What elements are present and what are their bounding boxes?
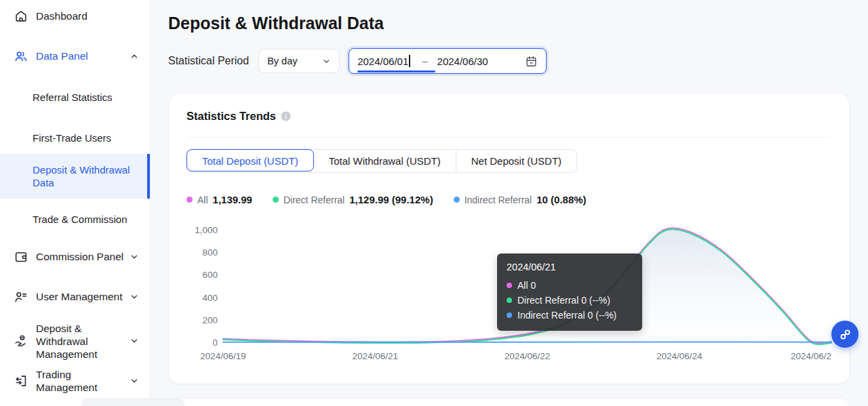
legend-item-direct-referral[interactable]: Direct Referral 1,129.99 (99.12%) (273, 194, 433, 205)
sidebar-item-label: Dashboard (36, 10, 87, 22)
chart-tooltip: 2024/06/21 All 0 Direct Referral 0 (--%)… (497, 253, 642, 331)
tooltip-row-indirect: Indirect Referral 0 (--%) (507, 308, 633, 323)
sidebar-item-label: Deposit & Withdrawal Management (36, 322, 130, 361)
tab-total-withdrawal[interactable]: Total Withdrawal (USDT) (313, 150, 456, 172)
team-icon (14, 49, 28, 64)
tooltip-date: 2024/06/21 (507, 262, 633, 272)
sidebar-item-label: Deposit & Withdrawal Data (33, 163, 139, 189)
active-field-underline (357, 70, 435, 73)
chevron-down-icon[interactable] (130, 376, 139, 386)
metric-tabs: Total Deposit (USDT) Total Withdrawal (U… (186, 149, 577, 173)
tooltip-dot-direct (507, 298, 512, 303)
tab-net-deposit[interactable]: Net Deposit (USDT) (456, 150, 576, 172)
chevron-down-icon[interactable] (130, 252, 139, 262)
trend-chart: 1,000 800 600 400 200 0 2024/06 (186, 230, 831, 347)
sidebar-item-data-panel[interactable]: Data Panel (0, 40, 150, 73)
y-axis: 1,000 800 600 400 200 0 (186, 230, 218, 347)
sidebar-item-commission-panel[interactable]: Commission Panel (0, 243, 150, 270)
wallet-icon (14, 249, 28, 264)
user-list-icon (14, 289, 28, 304)
legend-dot-indirect (454, 197, 460, 203)
sidebar-item-first-trade-users[interactable]: First-Trade Users (0, 124, 150, 151)
tooltip-row-direct: Direct Referral 0 (--%) (507, 293, 633, 308)
sidebar-item-referral-statistics[interactable]: Referral Statistics (0, 83, 150, 110)
card-title: Statistics Trends (186, 110, 276, 123)
legend-item-all[interactable]: All 1,139.99 (186, 194, 252, 205)
date-range-separator: – (422, 56, 428, 66)
statistical-period-label: Statistical Period (168, 55, 249, 67)
plot-area[interactable]: 2024/06/21 All 0 Direct Referral 0 (--%)… (223, 230, 831, 347)
support-fab-button[interactable] (831, 321, 859, 348)
sidebar-item-label: Trading Management (36, 368, 130, 394)
sidebar-item-label: User Management (36, 291, 123, 303)
next-card-top-edge (168, 398, 850, 406)
calendar-icon[interactable] (525, 55, 538, 68)
sidebar: Dashboard Data Panel Referral Statistics… (0, 0, 151, 406)
sidebar-item-dashboard[interactable]: Dashboard (0, 0, 150, 33)
filter-row: Statistical Period By day 2024/06/01 – 2… (168, 48, 850, 74)
sidebar-item-deposit-withdrawal-management[interactable]: Deposit & Withdrawal Management (0, 319, 150, 363)
home-icon (14, 9, 28, 24)
chevron-down-icon[interactable] (130, 336, 139, 346)
sidebar-item-label: Referral Statistics (33, 91, 113, 104)
sidebar-item-deposit-withdrawal-data[interactable]: Deposit & Withdrawal Data (0, 154, 150, 199)
sidebar-item-label: Data Panel (36, 50, 88, 62)
date-range-picker[interactable]: 2024/06/01 – 2024/06/30 (349, 48, 547, 74)
sidebar-bottom-stub (81, 399, 184, 406)
page-title: Deposit & Withdrawal Data (168, 14, 850, 33)
tab-total-deposit[interactable]: Total Deposit (USDT) (186, 149, 314, 171)
date-start-input[interactable]: 2024/06/01 (357, 55, 410, 67)
legend-item-indirect-referral[interactable]: Indirect Referral 10 (0.88%) (454, 194, 587, 205)
x-axis: 2024/06/19 2024/06/21 2024/06/22 2024/06… (223, 351, 831, 365)
sidebar-item-label: Trade & Commission (33, 213, 127, 226)
legend-dot-direct (273, 197, 279, 203)
sidebar-item-label: Commission Panel (36, 251, 123, 263)
period-select[interactable]: By day (258, 49, 340, 73)
sidebar-item-trade-commission[interactable]: Trade & Commission (0, 205, 150, 232)
tooltip-dot-indirect (507, 312, 512, 318)
support-link-icon (838, 327, 852, 342)
chart-legend: All 1,139.99 Direct Referral 1,129.99 (9… (186, 194, 831, 205)
sidebar-item-label: First-Trade Users (33, 131, 111, 144)
chevron-down-icon (307, 57, 331, 66)
transfer-icon (14, 373, 28, 388)
hand-coin-icon (14, 333, 28, 348)
tooltip-row-all: All 0 (507, 278, 633, 293)
chevron-up-icon[interactable] (130, 52, 139, 61)
tooltip-dot-all (507, 283, 512, 288)
divider (186, 137, 831, 138)
legend-dot-all (186, 197, 193, 203)
main-content: Deposit & Withdrawal Data Statistical Pe… (151, 0, 868, 406)
info-icon[interactable] (281, 111, 291, 121)
period-select-value: By day (267, 56, 297, 66)
chevron-down-icon[interactable] (130, 292, 139, 302)
sidebar-item-user-management[interactable]: User Management (0, 283, 150, 310)
text-cursor (409, 55, 410, 67)
statistics-trends-card: Statistics Trends Total Deposit (USDT) T… (168, 93, 850, 384)
sidebar-item-trading-management[interactable]: Trading Management (0, 365, 150, 397)
date-end-input[interactable]: 2024/06/30 (437, 56, 488, 67)
